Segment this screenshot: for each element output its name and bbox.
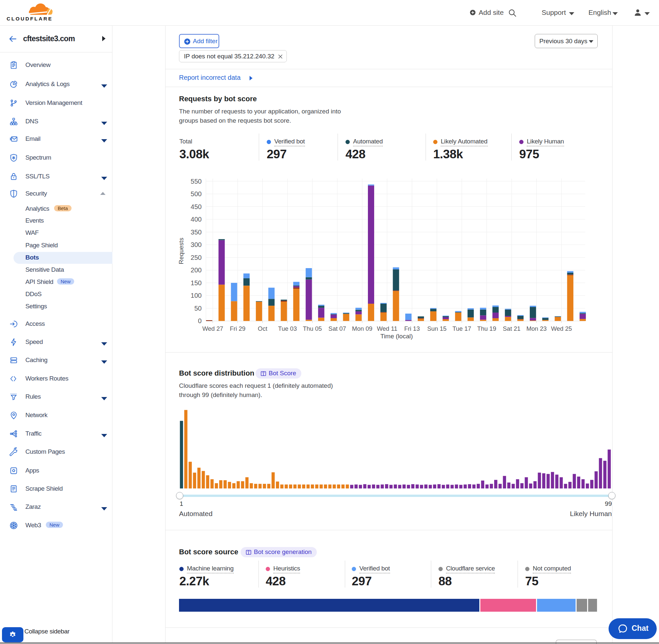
svg-text:550: 550 (191, 178, 202, 185)
svg-text:50: 50 (194, 305, 202, 312)
svg-text:100: 100 (191, 292, 202, 299)
svg-text:Thu 05: Thu 05 (303, 325, 322, 332)
svg-text:Requests: Requests (178, 238, 185, 264)
svg-text:Wed 27: Wed 27 (203, 325, 223, 332)
svg-text:Time (local): Time (local) (380, 333, 413, 340)
svg-text:Sat 21: Sat 21 (503, 325, 521, 332)
svg-text:400: 400 (191, 216, 202, 223)
svg-text:250: 250 (191, 254, 202, 261)
svg-text:0: 0 (198, 317, 202, 324)
svg-text:CLOUDFLARE: CLOUDFLARE (6, 16, 53, 21)
svg-text:350: 350 (191, 229, 202, 236)
svg-text:Wed 25: Wed 25 (551, 325, 572, 332)
svg-text:Wed 11: Wed 11 (377, 325, 397, 332)
svg-text:200: 200 (191, 267, 202, 274)
svg-text:Fri 13: Fri 13 (404, 325, 420, 332)
svg-text:Thu 19: Thu 19 (477, 325, 496, 332)
svg-text:Mon 09: Mon 09 (352, 325, 373, 332)
svg-text:Tue 17: Tue 17 (452, 325, 471, 332)
svg-text:Tue 03: Tue 03 (278, 325, 297, 332)
svg-text:Sat 07: Sat 07 (328, 325, 346, 332)
svg-text:Mon 23: Mon 23 (526, 325, 547, 332)
svg-text:450: 450 (191, 203, 202, 210)
svg-text:150: 150 (191, 279, 202, 286)
svg-text:Oct: Oct (258, 325, 267, 332)
svg-text:Sun 15: Sun 15 (427, 325, 447, 332)
svg-text:Fri 29: Fri 29 (230, 325, 245, 332)
svg-text:500: 500 (191, 190, 202, 198)
svg-text:300: 300 (191, 241, 202, 248)
